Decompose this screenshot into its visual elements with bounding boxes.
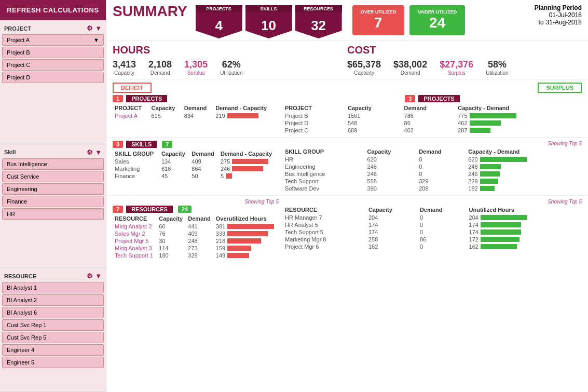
resource-filter-icon[interactable]: ⚙ [87, 272, 93, 280]
table-row: Bus Intelligence2460 246 [283, 170, 582, 178]
resource-item[interactable]: Cust Svc Rep 5 [2, 332, 104, 343]
col-capacity: Capacity [149, 104, 182, 112]
surplus-skills-panel: Showing Top 5 SKILL GROUP Capacity Deman… [283, 141, 582, 192]
row-project: Project B [283, 112, 346, 119]
cost-title: COST [347, 44, 582, 56]
cost-demand: $38,002 Demand [393, 59, 427, 76]
row-capacity: 618 [159, 165, 189, 172]
deficit-skills-table: SKILL GROUP Capacity Demand Demand - Cap… [113, 150, 279, 180]
cost-section: COST $65,378 Capacity $38,002 Demand $27… [347, 44, 582, 76]
surplus-header: SURPLUS [538, 83, 582, 93]
row-capacity: 689 [346, 127, 402, 134]
row-skill: Marketing [113, 165, 159, 172]
col-diff: Capacity - Demand [456, 104, 582, 112]
project-item[interactable]: Project D [2, 72, 104, 83]
col-diff: Demand - Capacity [213, 104, 279, 112]
deficit-resources-label: RESOURCES [126, 206, 173, 213]
hours-utilization-value: 62% [220, 59, 242, 70]
skill-item[interactable]: HR [2, 208, 104, 220]
resource-item[interactable]: BI Analyst 6 [2, 307, 104, 318]
col-capacity: Capacity [365, 147, 417, 156]
skill-funnel-icon[interactable]: ▼ [95, 148, 102, 156]
table-row: Sales 134 409 275 [113, 158, 279, 165]
row-diff: 287 [456, 127, 582, 134]
project-item[interactable]: Project C [2, 59, 104, 71]
row-skill: Sales [113, 158, 159, 165]
project-list: Project A▼ Project B Project C Project D [2, 33, 104, 84]
hours-demand-label: Demand [148, 70, 172, 76]
col-project: PROJECT [283, 104, 346, 112]
table-row: Mktg Analyst 260441 381 [113, 223, 279, 230]
project-item[interactable]: Project A▼ [2, 34, 104, 46]
resources-label: RESOURCES [295, 5, 342, 12]
col-demand: Demand [402, 104, 456, 112]
table-row: Project Mgr 61620 162 [283, 243, 582, 250]
hours-demand-value: 2,108 [148, 59, 172, 70]
refresh-button[interactable]: REFRESH CALCULATIONS [0, 0, 106, 20]
page-title: SUMMARY [113, 4, 187, 19]
deficit-projects-label: PROJECTS [126, 95, 167, 102]
project-filter-icon[interactable]: ⚙ [87, 24, 93, 32]
surplus-projects-table: PROJECT Capacity Demand Capacity - Deman… [283, 104, 582, 134]
row-capacity: 45 [159, 172, 189, 180]
cost-demand-value: $38,002 [393, 59, 427, 70]
resource-funnel-icon[interactable]: ▼ [95, 272, 102, 280]
resource-item[interactable]: Engineer 4 [2, 344, 104, 356]
showing-top-resources-deficit: Showing Top 5 [113, 199, 279, 205]
row-demand: 864 [189, 165, 218, 172]
deficit-skills-badge: 3 [113, 141, 123, 148]
skill-item[interactable]: Cust Service [2, 171, 104, 182]
resource-section: RESOURCE ⚙ ▼ BI Analyst 1 BI Analyst 2 B… [0, 268, 106, 392]
project-funnel-icon[interactable]: ▼ [95, 24, 102, 32]
skill-item[interactable]: Bus Intelligence [2, 158, 104, 170]
cost-utilization: 58% Utilization [486, 59, 508, 76]
table-row: Sales Mgr 276409 333 [113, 230, 279, 237]
surplus-resources-table: RESOURCECapacityDemandUnutilized Hours H… [283, 206, 582, 250]
planning-from: 01-Jul-2018 [535, 11, 582, 19]
cost-surplus-value: $27,376 [440, 59, 473, 70]
hours-surplus-value: 1,305 [184, 59, 208, 70]
table-row: HR Manager 72040 204 [283, 214, 582, 221]
deficit-resources-table: RESOURCE Capacity Demand Overutilized Ho… [113, 214, 279, 259]
surplus-projects-panel: SURPLUS 3 PROJECTS PROJECT Capacity Dema… [283, 83, 582, 134]
hours-capacity-label: Capacity [113, 70, 136, 76]
row-diff: 219 [213, 112, 279, 119]
resource-item[interactable]: BI Analyst 2 [2, 294, 104, 306]
skill-item[interactable]: Finance [2, 196, 104, 207]
row-capacity: 134 [159, 158, 189, 165]
resource-item[interactable]: BI Analyst 1 [2, 282, 104, 293]
row-diff: 246 [218, 165, 279, 172]
hours-utilization: 62% Utilization [220, 59, 242, 76]
resource-item[interactable]: Cust Svc Rep 1 [2, 319, 104, 331]
cost-surplus: $27,376 Surplus [440, 59, 473, 76]
col-capacity: Capacity [157, 214, 186, 223]
table-row: Project C 689 402 287 [283, 127, 582, 134]
col-capacity: Capacity [159, 150, 189, 158]
table-row: HR 6200 620 [283, 156, 582, 163]
skills-label: SKILLS [245, 5, 292, 12]
table-row: Project A 615 834 219 [113, 112, 279, 119]
skill-filter-icon[interactable]: ⚙ [87, 148, 93, 156]
hours-demand: 2,108 Demand [148, 59, 172, 76]
resource-section-label: RESOURCE [4, 273, 36, 279]
cost-demand-label: Demand [393, 70, 427, 76]
cost-utilization-label: Utilization [486, 70, 508, 76]
hours-surplus-label: Surplus [184, 70, 208, 76]
row-project: Project C [283, 127, 346, 134]
row-demand: 86 [402, 119, 456, 127]
row-capacity: 1561 [346, 112, 402, 119]
hours-capacity: 3,413 Capacity [113, 59, 136, 76]
project-item[interactable]: Project B [2, 47, 104, 58]
col-diff: Capacity - Demand [466, 147, 582, 156]
skill-item[interactable]: Engineering [2, 183, 104, 195]
row-diff: 5 [218, 172, 279, 180]
col-diff: Demand - Capacity [218, 150, 279, 158]
resource-item[interactable]: Engineer 5 [2, 357, 104, 368]
projects-value: 4 [196, 12, 242, 38]
under-utilized-value: 24 [418, 15, 457, 31]
table-row: Tech Support 51740 174 [283, 228, 582, 236]
planning-to: 31-Aug-2018 [546, 19, 582, 26]
row-capacity: 548 [346, 119, 402, 127]
table-row: HR Analyst 51740 174 [283, 221, 582, 228]
surplus-skills-table: SKILL GROUP Capacity Demand Capacity - D… [283, 147, 582, 192]
